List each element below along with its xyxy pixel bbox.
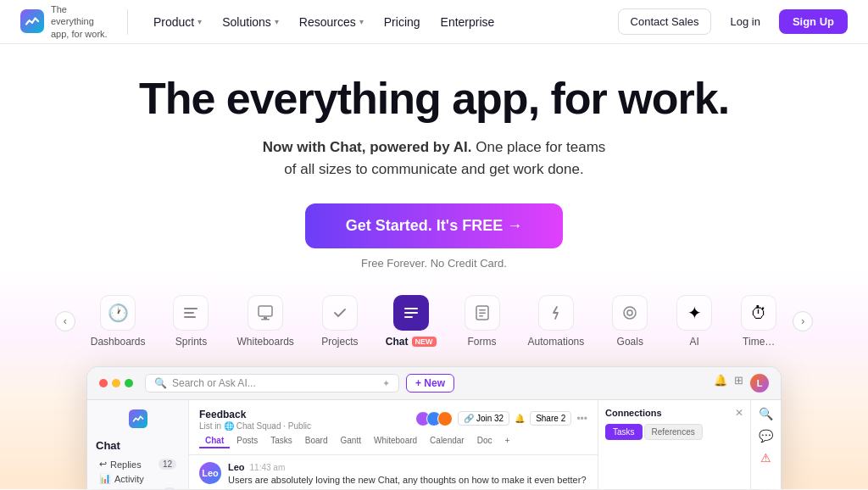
svg-rect-8 — [404, 312, 418, 314]
ai-icon: ✦ — [676, 295, 712, 331]
panel-alert-icon[interactable]: ⚠ — [760, 451, 771, 465]
close-button[interactable] — [99, 379, 108, 387]
new-button[interactable]: + New — [406, 374, 454, 393]
tabs-prev-arrow[interactable]: ‹ — [55, 311, 75, 331]
hero-subtitle-bold: Now with Chat, powered by AI. — [263, 139, 472, 155]
nav-actions: Contact Sales Log in Sign Up — [618, 8, 848, 35]
panel-comment-icon[interactable]: 💬 — [759, 429, 773, 443]
tab-add-view[interactable]: + — [499, 434, 516, 448]
svg-rect-7 — [404, 308, 418, 309]
tabs-next-arrow[interactable]: › — [793, 311, 813, 331]
nav-pricing[interactable]: Pricing — [376, 10, 429, 34]
tab-posts-view[interactable]: Posts — [231, 434, 264, 448]
svg-point-14 — [624, 307, 636, 319]
sprints-icon — [173, 295, 209, 331]
clickup-logo-icon — [20, 9, 44, 33]
hero-section: The everything app, for work. Now with C… — [0, 44, 868, 270]
nav-product[interactable]: Product ▾ — [145, 10, 210, 34]
svg-rect-12 — [479, 313, 486, 315]
tab-time[interactable]: ⏱ Time… — [728, 287, 789, 356]
nav-resources[interactable]: Resources ▾ — [291, 10, 372, 34]
replies-label: ↩ Replies — [99, 459, 142, 470]
tab-automations[interactable]: Automations — [516, 287, 597, 356]
user-avatar-icon[interactable]: L — [750, 374, 769, 393]
whiteboards-label: Whiteboards — [236, 336, 293, 348]
ai-label: AI — [690, 336, 699, 348]
tab-calendar-view[interactable]: Calendar — [424, 434, 470, 448]
preview-sidebar: Chat ↩ Replies 12 📊 Activity ⬆ FollowUps… — [87, 400, 189, 489]
nav-enterprise[interactable]: Enterprise — [432, 10, 504, 34]
join-button[interactable]: 🔗 Join 32 — [458, 411, 509, 426]
tab-tasks-view[interactable]: Tasks — [264, 434, 298, 448]
logo-tagline: The everything app, for work. — [51, 3, 110, 40]
goals-label: Goals — [617, 336, 643, 348]
hero-title: The everything app, for work. — [20, 75, 848, 123]
tab-sprints[interactable]: Sprints — [160, 287, 221, 356]
message-timestamp: 11:43 am — [250, 463, 286, 472]
tab-whiteboards[interactable]: Whiteboards — [225, 287, 305, 356]
connections-close-button[interactable]: ✕ — [735, 407, 743, 419]
hero-note: Free Forever. No Credit Card. — [20, 257, 848, 270]
tab-dashboards[interactable]: 🕐 Dashboards — [79, 287, 158, 356]
sidebar-chat-title: Chat — [96, 439, 180, 452]
tab-whiteboard-view[interactable]: Whiteboard — [368, 434, 423, 448]
whiteboards-icon — [248, 295, 283, 331]
sidebar-logo — [87, 407, 188, 431]
sidebar-item-followups[interactable]: ⬆ FollowUps 8 — [96, 486, 180, 489]
tab-doc-view[interactable]: Doc — [471, 434, 498, 448]
automations-icon — [538, 295, 574, 331]
product-chevron-icon: ▾ — [198, 17, 202, 26]
tab-board-view[interactable]: Board — [299, 434, 334, 448]
search-bar[interactable]: 🔍 Search or Ask AI... ✦ — [145, 374, 399, 393]
nav-solutions[interactable]: Solutions ▾ — [214, 10, 287, 34]
traffic-lights — [99, 379, 133, 387]
feature-section: ‹ 🕐 Dashboards Sprints Whiteboards Proje… — [0, 270, 868, 489]
tab-forms[interactable]: Forms — [452, 287, 513, 356]
time-icon: ⏱ — [741, 295, 776, 331]
followups-count: 8 — [163, 487, 176, 489]
tab-projects[interactable]: Projects — [309, 287, 370, 356]
cta-button[interactable]: Get Started. It's FREE → — [305, 203, 563, 248]
nav-links: Product ▾ Solutions ▾ Resources ▾ Pricin… — [145, 10, 618, 34]
connections-tab-tasks[interactable]: Tasks — [605, 424, 643, 440]
more-icon[interactable]: ••• — [576, 413, 587, 425]
connections-tabs: Tasks References — [605, 424, 743, 440]
panel-search-icon[interactable]: 🔍 — [759, 407, 773, 420]
svg-rect-5 — [264, 317, 267, 319]
svg-rect-2 — [184, 312, 194, 314]
tab-ai[interactable]: ✦ AI — [664, 287, 725, 356]
login-button[interactable]: Log in — [718, 9, 771, 34]
member-avatars — [415, 411, 453, 426]
resources-chevron-icon: ▾ — [359, 17, 364, 26]
preview-window: 🔍 Search or Ask AI... ✦ + New 🔔 ⊞ L — [86, 366, 782, 489]
tab-gantt-view[interactable]: Gantt — [335, 434, 367, 448]
time-label: Time… — [743, 336, 775, 348]
notifications-icon[interactable]: 🔔 — [714, 374, 727, 393]
share-button[interactable]: Share 2 — [530, 411, 571, 426]
message-author-name: Leo — [228, 462, 245, 472]
message-text: Users are absolutely loving the new Chat… — [228, 474, 587, 487]
sidebar-item-activity[interactable]: 📊 Activity — [96, 471, 180, 486]
forms-icon — [465, 295, 500, 331]
svg-rect-1 — [184, 308, 198, 309]
connections-header: Connections ✕ — [605, 407, 743, 419]
minimize-button[interactable] — [112, 379, 120, 387]
sidebar-chat-section: Chat ↩ Replies 12 📊 Activity ⬆ FollowUps… — [87, 434, 188, 489]
tab-chat-view[interactable]: Chat — [199, 434, 230, 448]
preview-main: Feedback List in 🌐 Chat Squad · Public 🔗… — [189, 400, 598, 489]
contact-sales-button[interactable]: Contact Sales — [618, 8, 712, 35]
bell-icon[interactable]: 🔔 — [515, 414, 525, 423]
chat-label: Chat NEW — [386, 336, 437, 348]
ai-sparkle-icon: ✦ — [382, 378, 390, 389]
connections-tab-references[interactable]: References — [644, 424, 703, 440]
grid-icon[interactable]: ⊞ — [734, 374, 743, 393]
tab-goals[interactable]: Goals — [599, 287, 660, 356]
preview-wrap: 🔍 Search or Ask AI... ✦ + New 🔔 ⊞ L — [0, 366, 868, 489]
activity-label: 📊 Activity — [99, 473, 144, 484]
logo-link[interactable]: The everything app, for work. — [20, 3, 110, 40]
signup-button[interactable]: Sign Up — [779, 9, 848, 34]
tab-chat[interactable]: Chat NEW — [374, 287, 448, 356]
chat-channel-header: Feedback List in 🌐 Chat Squad · Public 🔗… — [189, 400, 598, 455]
maximize-button[interactable] — [125, 379, 133, 387]
sidebar-item-replies[interactable]: ↩ Replies 12 — [96, 457, 180, 471]
